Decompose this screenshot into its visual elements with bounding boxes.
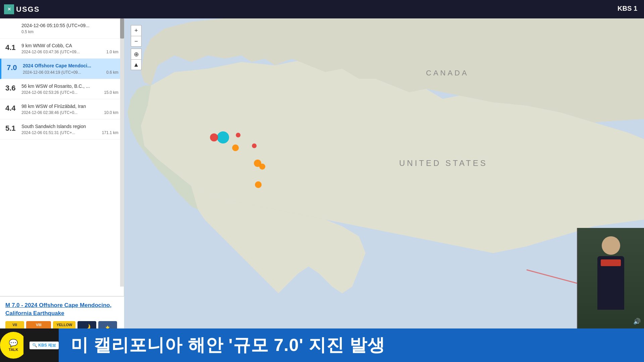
- eq-details: 98 km WSW of Fīrūzābād, Iran 2024-12-06 …: [21, 103, 118, 115]
- map-container[interactable]: CANADA UNITED STATES + − ⊕ ▲ 500 km: [124, 18, 644, 362]
- svg-point-3: [217, 131, 229, 143]
- usgs-logo-symbol: ✕: [4, 4, 14, 14]
- svg-text:UNITED STATES: UNITED STATES: [399, 159, 488, 168]
- svg-point-9: [259, 164, 265, 170]
- list-item[interactable]: 3.6 56 km WSW of Rosarito, B.C., ... 202…: [0, 79, 124, 99]
- eq-location: 2024 Offshore Cape Mendoci...: [23, 63, 118, 69]
- list-item-selected[interactable]: 7.0 2024 Offshore Cape Mendoci... 2024-1…: [0, 59, 124, 79]
- eq-location: South Sandwich Islands region: [21, 123, 118, 129]
- eq-magnitude: 5.1: [5, 123, 21, 133]
- newscaster-thumbnail: [577, 228, 644, 328]
- news-banner-text: 미 캘리포니아 해안 '규모 7.0' 지진 발생: [71, 334, 385, 357]
- map-svg: CANADA UNITED STATES: [124, 18, 644, 362]
- eq-magnitude: 3.6: [5, 83, 21, 93]
- eq-time: 2024-12-06 01:51:31 (UTC+... 171.1 km: [21, 130, 118, 135]
- eq-details: 56 km WSW of Rosarito, B.C., ... 2024-12…: [21, 83, 118, 95]
- news-banner: 💬 TALK 🔍 KBS 제보 미 캘리포니아 해안 '규모 7.0' 지진 발…: [0, 328, 644, 362]
- list-item[interactable]: 5.1 South Sandwich Islands region 2024-1…: [0, 119, 124, 139]
- zoom-out-button[interactable]: −: [131, 36, 142, 47]
- eq-time: 2024-12-06 02:53:26 (UTC+0... 15.0 km: [21, 90, 118, 95]
- svg-point-10: [255, 181, 262, 188]
- newscaster-body: [597, 256, 624, 310]
- svg-point-7: [252, 143, 257, 148]
- eq-location: 2024-12-06 05:10:55 (UTC+09...: [21, 22, 118, 28]
- kakao-icon[interactable]: 💬 TALK: [0, 332, 27, 359]
- eq-details: South Sandwich Islands region 2024-12-06…: [21, 123, 118, 135]
- svg-point-6: [232, 144, 239, 151]
- list-item[interactable]: 4.1 9 km WNW of Cobb, CA 2024-12-06 03:4…: [0, 39, 124, 59]
- detail-title[interactable]: M 7.0 - 2024 Offshore Cape Mendocino, Ca…: [5, 301, 119, 317]
- eq-time: 2024-12-06 03:47:36 (UTC+09... 1.0 km: [21, 50, 118, 54]
- eq-location: 56 km WSW of Rosarito, B.C., ...: [21, 83, 118, 89]
- svg-text:CANADA: CANADA: [426, 69, 469, 77]
- volume-icon[interactable]: 🔊: [633, 318, 641, 325]
- eq-magnitude: 4.4: [5, 103, 21, 113]
- eq-details: 9 km WNW of Cobb, CA 2024-12-06 03:47:36…: [21, 43, 118, 54]
- list-item[interactable]: 4.4 98 km WSW of Fīrūzābād, Iran 2024-12…: [0, 99, 124, 119]
- usgs-logo-text: USGS: [16, 5, 40, 14]
- eq-time: 0.5 km: [21, 29, 118, 34]
- eq-details: 2024-12-06 05:10:55 (UTC+09... 0.5 km: [21, 22, 118, 34]
- eq-magnitude: 4.1: [5, 43, 21, 52]
- svg-point-4: [210, 133, 218, 141]
- svg-point-5: [236, 133, 240, 137]
- map-controls: + − ⊕ ▲: [131, 25, 142, 71]
- list-item[interactable]: 2024-12-06 05:10:55 (UTC+09... 0.5 km: [0, 18, 124, 39]
- kbs-logo: KBS 1: [618, 5, 637, 12]
- zoom-in-button[interactable]: +: [131, 25, 142, 36]
- header: ✕ USGS: [0, 0, 124, 18]
- usgs-logo: ✕ USGS: [4, 4, 40, 14]
- eq-magnitude: [5, 22, 21, 23]
- sidebar: 2024-12-06 05:10:55 (UTC+09... 0.5 km 4.…: [0, 18, 124, 340]
- eq-location: 98 km WSW of Fīrūzābād, Iran: [21, 103, 118, 109]
- layer-toggle-button[interactable]: ▲: [131, 59, 142, 70]
- eq-time: 2024-12-06 02:38:46 (UTC+0... 10.0 km: [21, 110, 118, 115]
- eq-time: 2024-12-06 03:44:19 (UTC+09... 0.6 km: [23, 70, 118, 75]
- newscaster-head: [602, 236, 620, 255]
- eq-magnitude: 7.0: [7, 63, 23, 72]
- eq-details: 2024 Offshore Cape Mendoci... 2024-12-06…: [23, 63, 118, 74]
- sidebar-scrollbar[interactable]: [120, 18, 124, 287]
- eq-location: 9 km WNW of Cobb, CA: [21, 43, 118, 49]
- reset-view-button[interactable]: ⊕: [131, 49, 142, 59]
- kbs-report-button[interactable]: 🔍 KBS 제보: [30, 342, 59, 349]
